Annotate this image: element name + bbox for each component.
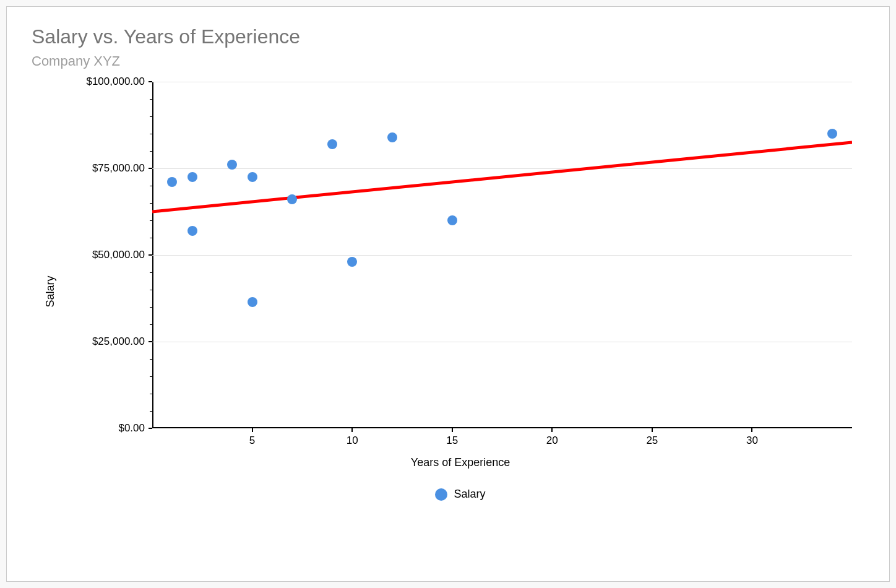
y-minor-tick: [150, 134, 152, 134]
y-minor-tick: [150, 359, 152, 360]
x-tick-label: 15: [446, 435, 458, 447]
data-point: [827, 129, 837, 139]
chart-container: Salary vs. Years of Experience Company X…: [6, 6, 890, 582]
y-tick: [149, 168, 152, 169]
gridline: [152, 82, 852, 82]
gridline: [152, 255, 852, 256]
y-minor-tick: [150, 272, 152, 273]
y-tick: [149, 428, 152, 429]
y-minor-tick: [150, 376, 152, 377]
data-point: [248, 297, 257, 307]
x-tick: [551, 428, 553, 432]
svg-line-0: [152, 142, 852, 212]
y-minor-tick: [150, 290, 152, 290]
x-tick: [751, 428, 752, 432]
legend-label: Salary: [454, 488, 485, 501]
y-minor-tick: [150, 220, 152, 221]
x-tick: [452, 428, 453, 432]
y-minor-tick: [150, 307, 152, 308]
y-minor-tick: [150, 238, 152, 238]
x-tick-label: 5: [249, 435, 255, 447]
x-tick: [351, 428, 353, 432]
plot-area: $0.00$25,000.00$50,000.00$75,000.00$100,…: [152, 82, 852, 428]
x-axis-line: [152, 427, 852, 428]
y-minor-tick: [150, 151, 152, 152]
y-tick-label: $50,000.00: [92, 249, 145, 261]
y-minor-tick: [150, 203, 152, 204]
y-tick-label: $25,000.00: [92, 335, 145, 348]
x-tick-label: 30: [746, 435, 758, 447]
legend: Salary: [56, 488, 864, 501]
data-point: [447, 215, 457, 225]
x-tick-label: 20: [546, 435, 558, 447]
x-tick: [252, 428, 253, 432]
y-minor-tick: [150, 116, 152, 117]
data-point: [387, 132, 397, 142]
y-tick: [149, 254, 152, 256]
chart-subtitle: Company XYZ: [32, 53, 864, 69]
y-tick-label: $100,000.00: [86, 76, 145, 88]
data-point: [327, 139, 337, 149]
x-axis-label: Years of Experience: [56, 456, 864, 469]
plot-wrapper: Salary $0.00$25,000.00$50,000.00$75,000.…: [56, 82, 864, 501]
y-tick: [149, 81, 152, 82]
data-point: [187, 172, 197, 182]
y-minor-tick: [150, 394, 152, 394]
data-point: [347, 257, 357, 267]
gridline: [152, 342, 852, 342]
y-tick-label: $75,000.00: [92, 162, 145, 175]
y-tick: [149, 341, 152, 342]
x-tick: [652, 428, 653, 432]
legend-dot-icon: [435, 488, 447, 501]
x-tick-label: 25: [646, 435, 658, 447]
x-tick-label: 10: [347, 435, 358, 447]
chart-title: Salary vs. Years of Experience: [32, 25, 864, 48]
data-point: [248, 172, 257, 182]
y-minor-tick: [150, 324, 152, 325]
y-axis-label: Salary: [44, 275, 57, 307]
gridline: [152, 168, 852, 169]
data-point: [227, 160, 237, 170]
y-tick-label: $0.00: [118, 422, 145, 435]
data-point: [187, 226, 197, 236]
y-minor-tick: [150, 186, 152, 186]
y-minor-tick: [150, 99, 152, 100]
data-point: [167, 177, 177, 187]
y-minor-tick: [150, 411, 152, 412]
data-point: [287, 194, 297, 204]
